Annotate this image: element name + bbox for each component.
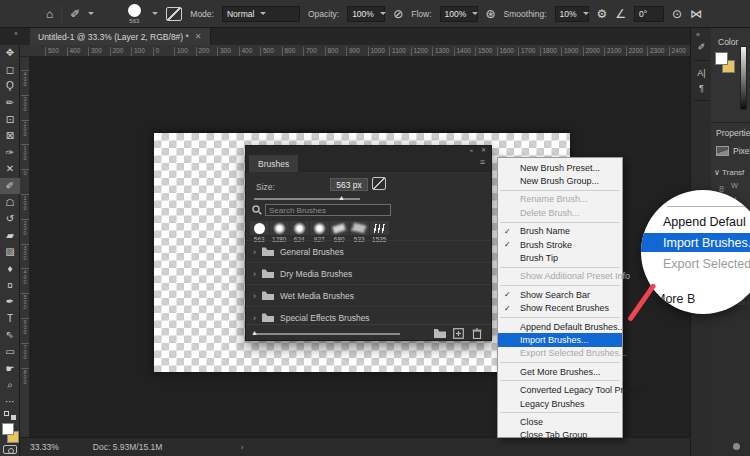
size-pressure-icon[interactable]: ⊙ [672,8,682,20]
menu-item-show-recent-brushes[interactable]: ✓Show Recent Brushes [498,302,622,315]
rectangular-marquee-tool[interactable]: ◻ [0,62,20,79]
close-tab-icon[interactable]: ✕ [195,32,202,41]
hand-tool[interactable]: ☛ [0,360,20,377]
chevron-right-icon[interactable]: › [253,269,256,279]
zoom-level-field[interactable]: 33.33% [30,442,59,452]
menu-item-label: Legacy Brushes [520,399,585,409]
history-brush-tool[interactable]: ↺ [0,211,20,228]
toolbar-collapse-icon[interactable]: » [14,30,18,37]
collapse-panel-icon[interactable]: « [470,147,473,153]
type-tool[interactable]: T [0,311,20,328]
menu-item-brush-tip[interactable]: Brush Tip [498,251,622,264]
chevron-down-icon[interactable] [152,12,158,18]
new-brush-icon[interactable] [453,328,464,339]
ruler-tick-label: 400 [21,70,29,87]
edit-toolbar-button[interactable]: ⋯ [0,393,20,410]
opacity-pressure-icon[interactable]: ⊘ [393,8,403,20]
crop-tool[interactable]: ⊡ [0,111,20,128]
zoom-tool-icon: ⌕ [7,380,13,390]
brush-settings-toggle-icon[interactable] [372,177,386,190]
character-panel-icon[interactable]: A| [691,68,712,78]
smoothing-gear-icon[interactable]: ⚙ [597,8,608,20]
tab-color[interactable]: Color [718,37,738,47]
blur-tool[interactable]: ♦ [0,261,20,278]
menu-item-show-search-bar[interactable]: ✓Show Search Bar [498,288,622,301]
brush-tool[interactable]: ✐ [0,178,20,195]
dodge-tool[interactable]: ¤ [0,277,20,294]
foreground-color-swatch[interactable] [715,52,728,65]
brush-tip-preview[interactable]: 563 [124,4,144,24]
brush-settings-panel-icon[interactable]: ✐ [691,42,712,52]
flow-value: 100% [445,9,467,19]
menu-item-import-brushes[interactable]: Import Brushes... [498,333,622,346]
eraser-tool[interactable]: ▰ [0,228,20,245]
quick-mask-mode-icon[interactable] [3,445,17,454]
brush-tool-preset-icon[interactable]: ✐ [70,8,80,20]
menu-item-get-more-brushes[interactable]: Get More Brushes... [498,365,622,378]
color-slider[interactable] [740,46,747,110]
paragraph-panel-icon[interactable]: ¶ [691,83,712,93]
ruler-tick-label: 300 [217,47,231,57]
menu-item-brush-stroke[interactable]: ✓Brush Stroke [498,238,622,251]
rectangle-tool[interactable]: ▭ [0,344,20,361]
status-menu-chevron-icon[interactable]: › [241,443,244,452]
menu-item-rename-brush[interactable]: Rename Brush... [498,193,622,206]
panel-menu-icon[interactable]: ≡ [480,158,485,167]
menu-item-show-additional-preset-info[interactable]: Show Additional Preset Info [498,270,622,283]
zoom-tool[interactable]: ⌕ [0,377,20,394]
gradient-tool[interactable]: ▨ [0,244,20,261]
preview-size-slider-track[interactable] [254,333,400,335]
menu-item-delete-brush[interactable]: Delete Brush... [498,206,622,219]
document-tab[interactable]: Untitled-1 @ 33.3% (Layer 2, RGB/8#) * ✕ [30,28,211,45]
swap-colors-icon[interactable] [4,411,16,420]
new-brush-group-icon[interactable] [434,328,446,338]
menu-item-close[interactable]: Close [498,415,622,428]
brush-group-row[interactable]: ›Wet Media Brushes [246,284,491,306]
opacity-select[interactable]: 100% [347,6,385,22]
chevron-right-icon[interactable]: › [253,313,256,323]
brush-group-row[interactable]: ›Dry Media Brushes [246,262,491,284]
foreground-color-swatch[interactable] [2,423,14,435]
panel-options-dot-icon[interactable] [733,443,740,450]
brush-settings-panel-toggle-icon[interactable] [166,7,182,21]
brush-group-row[interactable]: ›General Brushes [246,240,491,262]
healing-brush-tool[interactable]: ✕ [0,161,20,178]
transform-section-header[interactable]: ∨ Transf [714,168,744,177]
clone-stamp-tool[interactable]: ☖ [0,194,20,211]
delete-brush-trash-icon[interactable] [472,328,482,339]
move-tool[interactable]: ✥ [0,45,20,62]
close-panel-icon[interactable]: ✕ [481,147,486,153]
ruler-tick-label: 200 [110,47,124,57]
frame-tool[interactable]: ⊠ [0,128,20,145]
eyedropper-tool[interactable]: ✑ [0,145,20,162]
smoothing-select[interactable]: 10% [555,6,589,22]
menu-item-brush-name[interactable]: ✓Brush Name [498,225,622,238]
expand-panels-icon[interactable]: « [696,31,700,38]
size-slider-handle[interactable]: ▲ [338,194,345,201]
paint-symmetry-icon[interactable]: ⋈ [690,8,702,20]
menu-item-close-tab-group[interactable]: Close Tab Group [498,429,622,442]
menu-item-converted-legacy-tool-presets[interactable]: Converted Legacy Tool Presets [498,383,622,396]
tab-brushes[interactable]: Brushes [249,155,298,172]
home-icon[interactable]: ⌂ [46,8,53,20]
preview-size-slider-handle[interactable]: ▲ [251,329,258,336]
flow-select[interactable]: 100% [440,6,478,22]
lasso-tool[interactable]: Ϙ [0,78,20,95]
mode-select[interactable]: Normal [222,6,300,22]
brush-size-field[interactable]: 563 px [330,178,368,191]
menu-item-append-default-brushes[interactable]: Append Default Brushes... [498,320,622,333]
chevron-right-icon[interactable]: › [253,247,256,257]
path-selection-tool[interactable]: ⇖ [0,327,20,344]
chevron-right-icon[interactable]: › [253,291,256,301]
airbrush-icon[interactable]: ⊛ [486,8,496,20]
menu-item-export-selected-brushes[interactable]: Export Selected Brushes... [498,347,622,360]
brush-angle-field[interactable]: 0° [634,6,664,22]
menu-item-new-brush-group[interactable]: New Brush Group... [498,174,622,187]
search-brushes-input[interactable] [265,204,391,216]
menu-item-legacy-brushes[interactable]: Legacy Brushes [498,397,622,410]
menu-item-new-brush-preset[interactable]: New Brush Preset... [498,161,622,174]
quick-selection-tool[interactable]: ✏ [0,95,20,112]
pen-tool[interactable]: ✒ [0,294,20,311]
document-size-info[interactable]: Doc: 5.93M/15.1M [93,442,213,452]
chevron-down-icon[interactable] [88,12,94,18]
